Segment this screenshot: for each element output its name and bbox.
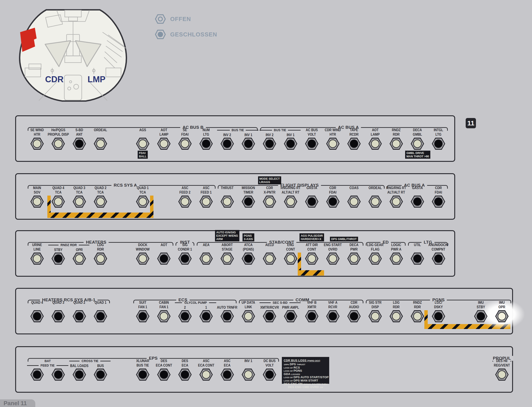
breaker-open[interactable]	[326, 138, 340, 150]
breaker-open[interactable]	[326, 253, 340, 265]
breaker-open[interactable]	[347, 253, 361, 265]
breaker-open[interactable]	[389, 138, 403, 150]
breaker-closed[interactable]	[347, 310, 361, 322]
breaker-closed[interactable]	[73, 138, 86, 150]
breaker-open[interactable]	[178, 196, 192, 208]
breaker-hex-body	[264, 253, 275, 264]
breaker-open[interactable]	[369, 196, 382, 208]
breaker-closed[interactable]	[94, 310, 107, 322]
breaker-open[interactable]	[52, 196, 65, 208]
breaker-open[interactable]	[495, 368, 509, 381]
breaker-label: BUS	[89, 359, 112, 368]
breaker-label: COAS	[343, 186, 365, 195]
breaker-closed[interactable]	[284, 310, 297, 322]
breaker-open[interactable]	[284, 196, 297, 208]
breaker-open[interactable]	[199, 196, 213, 208]
breaker-open[interactable]	[369, 253, 382, 265]
breaker-open[interactable]	[411, 310, 424, 322]
breaker-closed[interactable]	[411, 196, 424, 208]
breaker-open[interactable]	[73, 253, 86, 265]
pair-group-label-text: FEED TIE	[39, 363, 56, 368]
breaker-open[interactable]	[30, 253, 44, 265]
breaker-open[interactable]	[305, 253, 319, 265]
breaker-button	[223, 312, 231, 321]
breaker-closed[interactable]	[305, 196, 319, 208]
breaker-closed[interactable]	[432, 138, 445, 150]
breaker-closed[interactable]	[242, 138, 255, 150]
breaker-closed[interactable]	[30, 368, 44, 381]
breaker-closed[interactable]	[73, 368, 86, 381]
breaker-open[interactable]	[389, 196, 403, 208]
placard-tag: AGS PULSE/DIRHARDOVER/+X	[299, 233, 324, 241]
breaker-closed[interactable]	[263, 368, 276, 381]
breaker-open[interactable]	[178, 138, 192, 150]
breaker-open[interactable]	[136, 196, 149, 208]
breaker-closed[interactable]	[52, 368, 65, 381]
breaker-label: ASCECA	[216, 359, 238, 368]
breaker-open[interactable]	[157, 138, 171, 150]
breaker-open[interactable]	[263, 196, 276, 208]
breaker-closed[interactable]	[220, 310, 234, 322]
breaker-open[interactable]	[411, 138, 424, 150]
breaker-closed[interactable]	[199, 138, 213, 150]
breaker-open[interactable]	[284, 253, 297, 265]
breaker-open[interactable]	[263, 253, 276, 265]
breaker-open[interactable]	[389, 253, 403, 265]
breaker-closed[interactable]	[432, 253, 445, 265]
breaker-closed[interactable]	[94, 368, 107, 381]
breaker-closed[interactable]	[432, 196, 445, 208]
breaker-open[interactable]	[199, 253, 213, 265]
breaker-closed[interactable]	[52, 310, 65, 322]
breaker-open[interactable]	[157, 310, 171, 322]
breaker-closed[interactable]	[263, 138, 276, 150]
breaker-open[interactable]	[94, 138, 107, 150]
breaker-closed[interactable]	[263, 310, 276, 322]
breaker-open[interactable]	[30, 138, 44, 150]
breaker-closed[interactable]	[136, 310, 149, 322]
breaker-open[interactable]	[347, 196, 361, 208]
breaker-open[interactable]	[242, 368, 255, 381]
breaker-closed[interactable]	[178, 253, 192, 265]
breaker-closed[interactable]	[432, 310, 445, 322]
breaker-closed[interactable]	[52, 253, 65, 265]
cdr-seat-label: CDR	[45, 75, 63, 84]
breaker-open[interactable]	[199, 368, 213, 381]
breaker-closed[interactable]	[411, 253, 424, 265]
placard-tag: GMBL DRIVEMAN THROT >90	[405, 151, 430, 159]
breaker-open[interactable]	[389, 310, 403, 322]
breaker-closed[interactable]	[136, 368, 149, 381]
breaker-closed[interactable]	[305, 310, 319, 322]
breaker-closed[interactable]	[73, 310, 86, 322]
breaker-hex-body	[74, 369, 85, 380]
breaker-open[interactable]	[242, 310, 255, 322]
breaker-closed[interactable]	[347, 138, 361, 150]
breaker-label: LDGRDR	[89, 243, 112, 252]
breaker-closed[interactable]	[284, 138, 297, 150]
breaker-closed[interactable]	[242, 253, 255, 265]
breaker-closed[interactable]	[157, 253, 171, 265]
breaker-open[interactable]	[94, 253, 107, 265]
breaker-closed[interactable]	[157, 368, 171, 381]
breaker-closed[interactable]	[220, 138, 234, 150]
breaker-open[interactable]	[52, 138, 65, 150]
breaker-closed[interactable]	[326, 196, 340, 208]
breaker-closed[interactable]	[242, 196, 255, 208]
breaker-closed[interactable]	[30, 310, 44, 322]
breaker-open[interactable]	[369, 138, 382, 150]
breaker-closed[interactable]	[220, 368, 234, 381]
breaker-open[interactable]	[220, 196, 234, 208]
breaker-closed[interactable]	[178, 310, 192, 322]
breaker-open[interactable]	[73, 196, 86, 208]
breaker-open[interactable]	[94, 196, 107, 208]
breaker-closed[interactable]	[178, 368, 192, 381]
breaker-open[interactable]	[369, 310, 382, 322]
breaker-open[interactable]	[30, 196, 44, 208]
breaker-open[interactable]	[136, 138, 149, 150]
breaker-open[interactable]	[220, 253, 234, 265]
breaker-open[interactable]	[136, 253, 149, 265]
breaker-closed[interactable]	[199, 310, 213, 322]
breaker-closed[interactable]	[305, 138, 319, 150]
breaker-closed[interactable]	[326, 310, 340, 322]
breaker-hex-body	[412, 139, 423, 149]
breaker-label: MAINSOV	[26, 186, 48, 195]
